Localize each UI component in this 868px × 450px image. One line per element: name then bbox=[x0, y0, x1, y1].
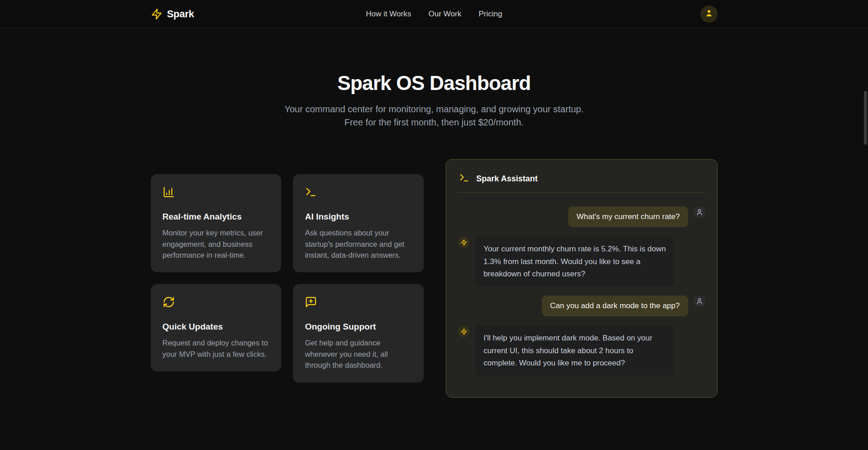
feature-title: Quick Updates bbox=[163, 322, 270, 332]
user-icon bbox=[704, 9, 714, 19]
hero-section: Spark OS Dashboard Your command center f… bbox=[0, 28, 868, 129]
scrollbar-thumb[interactable] bbox=[864, 91, 867, 145]
assistant-message-bubble: I'll help you implement dark mode. Based… bbox=[475, 325, 674, 375]
main-nav: How it Works Our Work Pricing bbox=[366, 10, 502, 19]
chat-message-user: What's my current churn rate? bbox=[458, 206, 705, 227]
page-subtitle: Your command center for monitoring, mana… bbox=[278, 103, 591, 129]
user-avatar bbox=[694, 206, 705, 218]
feature-description: Ask questions about your startup's perfo… bbox=[305, 227, 412, 260]
user-message-bubble: Can you add a dark mode to the app? bbox=[542, 295, 688, 316]
chat-header: Spark Assistant bbox=[458, 170, 705, 185]
bar-chart-icon bbox=[163, 186, 270, 200]
nav-link-how-it-works[interactable]: How it Works bbox=[366, 10, 411, 19]
chat-message-assistant: Your current monthly churn rate is 5.2%.… bbox=[458, 236, 705, 286]
feature-title: Real-time Analytics bbox=[163, 212, 270, 222]
user-avatar bbox=[694, 295, 705, 307]
spark-bot-avatar bbox=[458, 236, 470, 248]
chat-messages: What's my current churn rate? Your curre… bbox=[458, 206, 705, 375]
nav-link-our-work[interactable]: Our Work bbox=[428, 10, 461, 19]
feature-title: Ongoing Support bbox=[305, 322, 412, 332]
zap-icon bbox=[151, 8, 163, 20]
feature-description: Monitor your key metrics, user engagemen… bbox=[163, 227, 270, 260]
feature-description: Request and deploy changes to your MVP w… bbox=[163, 337, 270, 360]
page-title: Spark OS Dashboard bbox=[0, 72, 868, 95]
brand-logo[interactable]: Spark bbox=[151, 8, 194, 20]
site-header: Spark How it Works Our Work Pricing bbox=[0, 0, 868, 28]
feature-card-ai-insights: AI Insights Ask questions about your sta… bbox=[293, 174, 424, 272]
assistant-message-bubble: Your current monthly churn rate is 5.2%.… bbox=[475, 236, 674, 286]
nav-link-pricing[interactable]: Pricing bbox=[479, 10, 502, 19]
message-square-plus-icon bbox=[305, 296, 412, 310]
chat-title: Spark Assistant bbox=[476, 174, 537, 184]
spark-assistant-panel: Spark Assistant What's my current churn … bbox=[446, 159, 717, 398]
feature-card-quick-updates: Quick Updates Request and deploy changes… bbox=[151, 284, 282, 371]
terminal-icon bbox=[305, 186, 412, 200]
terminal-icon bbox=[459, 172, 470, 185]
feature-card-ongoing-support: Ongoing Support Get help and guidance wh… bbox=[293, 284, 424, 382]
feature-card-realtime-analytics: Real-time Analytics Monitor your key met… bbox=[151, 174, 282, 272]
brand-name: Spark bbox=[167, 8, 194, 20]
user-message-bubble: What's my current churn rate? bbox=[568, 206, 688, 227]
spark-bot-avatar bbox=[458, 325, 470, 337]
feature-title: AI Insights bbox=[305, 212, 412, 222]
refresh-icon bbox=[163, 296, 270, 310]
account-avatar-button[interactable] bbox=[700, 5, 718, 23]
chat-message-assistant: I'll help you implement dark mode. Based… bbox=[458, 325, 705, 375]
chat-message-user: Can you add a dark mode to the app? bbox=[458, 295, 705, 316]
feature-description: Get help and guidance whenever you need … bbox=[305, 337, 412, 370]
features-grid: Real-time Analytics Monitor your key met… bbox=[151, 174, 424, 382]
main-section: Real-time Analytics Monitor your key met… bbox=[151, 159, 718, 398]
chat-divider bbox=[458, 192, 705, 193]
